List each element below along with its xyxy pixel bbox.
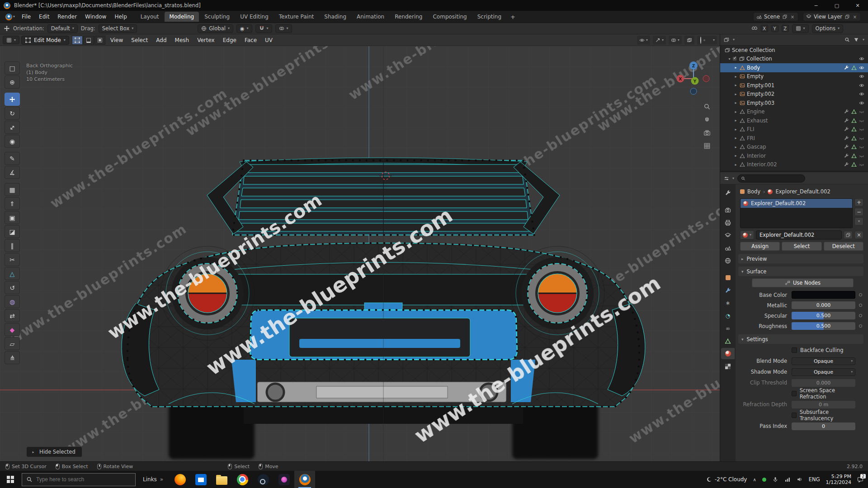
zoom-icon[interactable]	[703, 103, 711, 110]
close-button[interactable]: ✕	[847, 0, 868, 11]
orientation-dropdown[interactable]: Default ▾	[47, 24, 78, 33]
workspace-tab-animation[interactable]: Animation	[352, 12, 389, 22]
disclosure-icon[interactable]: ▸	[733, 110, 739, 114]
properties-search[interactable]	[737, 174, 805, 183]
editor-type-selector[interactable]: ▾	[3, 36, 19, 44]
viewport-menu-face[interactable]: Face	[241, 36, 260, 45]
shadow-mode-select[interactable]: Opaque▾	[792, 368, 855, 376]
tool-edge-slide[interactable]: ⇄	[5, 309, 20, 322]
pan-hand-icon[interactable]	[703, 116, 711, 123]
workspace-tab-texture-paint[interactable]: Texture Paint	[274, 12, 319, 22]
mode-dropdown[interactable]: Edit Mode ▾	[21, 36, 69, 45]
disclosure-icon[interactable]: ▸	[733, 154, 739, 158]
gizmo-y-label[interactable]: Y	[693, 79, 697, 84]
roughness-slider[interactable]: 0.500	[792, 322, 855, 330]
network-icon[interactable]	[784, 476, 791, 483]
tool-move[interactable]	[5, 93, 20, 106]
workspace-tab-layout[interactable]: Layout	[136, 12, 164, 22]
hide-selected-panel[interactable]: ▸ Hide Selected	[26, 446, 82, 457]
screen-space-refraction-checkbox[interactable]	[792, 391, 797, 396]
maximize-button[interactable]: ▢	[826, 0, 847, 11]
workspace-tab-compositing[interactable]: Compositing	[428, 12, 472, 22]
base-color-swatch[interactable]	[792, 291, 855, 299]
outliner-row-empty-002[interactable]: ▸ Empty.002	[720, 90, 868, 99]
specular-slider[interactable]: 0.500	[792, 312, 855, 319]
add-workspace-button[interactable]: +	[507, 13, 519, 21]
menu-edit[interactable]: Edit	[35, 12, 53, 21]
tool-shrink-fatten[interactable]: ◆	[5, 323, 20, 336]
disclosure-icon[interactable]: ▸	[733, 66, 739, 70]
panel-settings[interactable]: ▾ Settings	[738, 334, 863, 344]
outliner-row-interior[interactable]: ▸ Interior	[720, 151, 868, 160]
tool-inset-faces[interactable]: ▣	[5, 211, 20, 224]
eye-icon[interactable]	[859, 65, 864, 70]
taskbar-search-input[interactable]	[36, 476, 122, 483]
proportional-editing-dropdown[interactable]: ▾	[275, 24, 292, 33]
unlink-material-button[interactable]: ×	[854, 231, 863, 239]
clip-threshold-field[interactable]: 0.000	[792, 379, 855, 387]
eye-icon[interactable]	[859, 83, 864, 88]
viewport-3d[interactable]: ▾ Edit Mode ▾ View Select Add Mesh Verte…	[0, 34, 720, 461]
language-indicator[interactable]: ENG	[809, 476, 820, 483]
properties-tab-view-layer[interactable]	[721, 230, 735, 241]
viewport-menu-edge[interactable]: Edge	[220, 36, 240, 45]
viewport-menu-mesh[interactable]: Mesh	[172, 36, 193, 45]
minimize-button[interactable]: ─	[806, 0, 826, 11]
outliner-row-scene-collection[interactable]: Scene Collection	[720, 46, 868, 55]
snapping-options-dropdown[interactable]: ▾	[792, 24, 809, 33]
properties-tab-object[interactable]	[721, 272, 735, 283]
material-name-field[interactable]: Explorer_Default.002	[756, 230, 842, 239]
properties-tab-world[interactable]	[721, 255, 735, 266]
properties-tab-scene[interactable]	[721, 242, 735, 253]
menu-render[interactable]: Render	[53, 12, 81, 21]
outliner-row-fli[interactable]: ▸ FLI	[720, 125, 868, 134]
outliner-row-collection[interactable]: ▾ Collection	[720, 55, 868, 64]
disclosure-icon[interactable]: ▸	[733, 145, 739, 149]
viewport-canvas[interactable]: www.the-blueprints.com www.the-blueprint…	[0, 46, 720, 461]
eye-icon[interactable]	[859, 91, 864, 97]
tool-spin[interactable]: ↺	[5, 281, 20, 294]
breadcrumb-object[interactable]: Body	[747, 188, 760, 195]
properties-tab-physics[interactable]: ◔	[721, 310, 735, 321]
taskbar-app-media[interactable]	[274, 471, 294, 488]
search-icon[interactable]	[844, 37, 850, 42]
workspace-tab-modeling[interactable]: Modeling	[165, 12, 199, 22]
eye-closed-icon[interactable]	[859, 109, 864, 114]
disclosure-icon[interactable]: ▸	[733, 101, 739, 105]
gizmo-x-label[interactable]: X	[679, 77, 682, 81]
outliner-row-engine[interactable]: ▸ Engine	[720, 108, 868, 117]
workspace-tab-sculpting[interactable]: Sculpting	[199, 12, 235, 22]
eye-icon[interactable]	[859, 56, 864, 61]
outliner-row-mirror[interactable]: ▸ Mirror	[720, 169, 868, 172]
add-slot-button[interactable]: +	[854, 198, 863, 206]
scene-render[interactable]: www.the-blueprints.com www.the-blueprint…	[0, 46, 720, 461]
clock[interactable]: 5:29 PM 1/12/2024	[826, 474, 851, 485]
outliner-row-empty-001[interactable]: ▸ Empty.001	[720, 81, 868, 90]
assign-button[interactable]: Assign	[740, 242, 780, 251]
disclosure-icon[interactable]: ▸	[733, 83, 739, 87]
animate-dot-icon[interactable]	[859, 314, 862, 317]
animate-dot-icon[interactable]	[859, 293, 862, 296]
panel-surface[interactable]: ▾ Surface	[738, 267, 863, 276]
outliner-row-empty-003[interactable]: ▸ Empty.003	[720, 99, 868, 108]
new-view-layer-button[interactable]	[844, 14, 850, 19]
disclosure-icon[interactable]: ▸	[733, 75, 739, 79]
blend-mode-select[interactable]: Opaque▾	[792, 357, 855, 365]
slot-specials-menu[interactable]: ▾	[854, 217, 863, 225]
browse-material-button[interactable]: ▾	[740, 230, 754, 239]
material-slot-row[interactable]: Explorer_Default.002	[741, 199, 852, 208]
disclosure-icon[interactable]: ▸	[733, 92, 739, 96]
vertex-select-button[interactable]	[72, 36, 83, 45]
tool-bevel[interactable]: ◪	[5, 225, 20, 238]
viewport-menu-view[interactable]: View	[107, 36, 126, 45]
eye-closed-icon[interactable]	[859, 144, 864, 150]
tool-extrude-region[interactable]: ⇑	[5, 197, 20, 210]
subsurface-translucency-checkbox[interactable]	[792, 413, 797, 418]
status-green-icon[interactable]	[762, 478, 766, 482]
camera-view-icon[interactable]	[703, 129, 711, 136]
overlays-toggle-dropdown[interactable]: ▾	[669, 36, 682, 45]
disclosure-icon[interactable]: ▸	[733, 136, 739, 140]
workspace-tab-rendering[interactable]: Rendering	[390, 12, 427, 22]
menu-window[interactable]: Window	[81, 12, 110, 21]
tool-transform[interactable]: ◉	[5, 135, 20, 148]
